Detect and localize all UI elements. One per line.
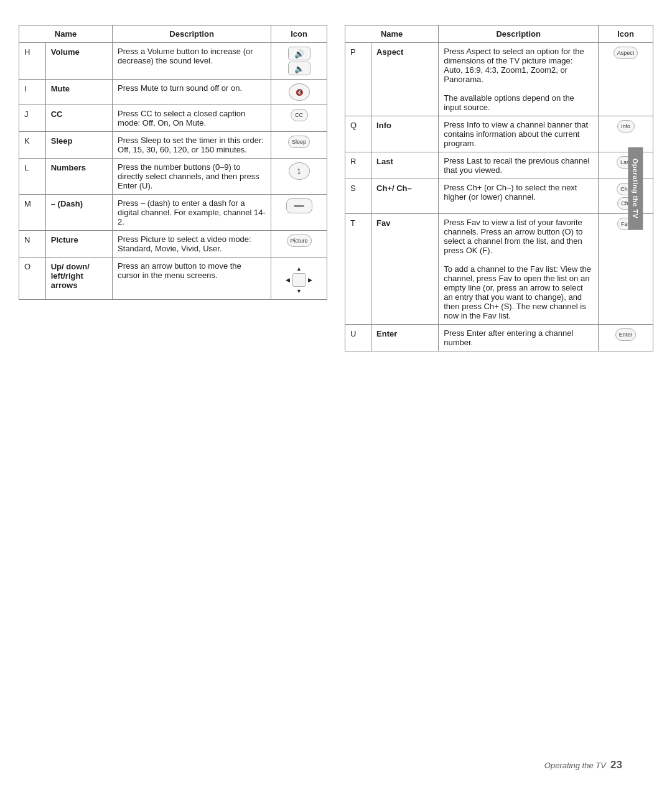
row-description: Press Sleep to set the timer in this ord…: [113, 132, 271, 159]
left-header-desc: Description: [113, 26, 271, 43]
row-letter: N: [19, 231, 46, 258]
row-name: Volume: [45, 43, 112, 80]
row-description: Press Aspect to select an option for the…: [439, 43, 599, 116]
button-icon: Aspect: [614, 47, 638, 59]
row-letter: J: [19, 105, 46, 132]
right-header-name: Name: [345, 26, 439, 43]
button-icon: Enter: [615, 328, 637, 341]
left-header-icon: Icon: [271, 26, 327, 43]
row-description: Press the number buttons (0–9) to direct…: [113, 159, 271, 195]
row-icon: 🔊 🔈: [271, 43, 327, 80]
row-name: Fav: [371, 214, 439, 325]
row-name: Up/ down/ left/right arrows: [45, 258, 112, 300]
row-icon: Aspect: [599, 43, 653, 116]
arrows-icon: ▲ ◀ ▶ ▼: [284, 264, 315, 295]
row-letter: H: [19, 43, 46, 80]
row-letter: L: [19, 159, 46, 195]
row-letter: T: [345, 214, 371, 325]
row-icon: 1: [271, 159, 327, 195]
row-name: Info: [371, 116, 439, 152]
row-letter: O: [19, 258, 46, 300]
row-name: Numbers: [45, 159, 112, 195]
row-icon: ▲ ◀ ▶ ▼: [271, 258, 327, 300]
right-table: Name Description Icon P Aspect Press Asp…: [345, 25, 653, 351]
right-header-icon: Icon: [599, 26, 653, 43]
row-icon: —: [271, 195, 327, 231]
row-description: Press Ch+ (or Ch–) to select the next hi…: [439, 179, 599, 214]
row-description: Press Info to view a channel banner that…: [439, 116, 599, 152]
row-name: Sleep: [45, 132, 112, 159]
row-name: Ch+/ Ch–: [371, 179, 439, 214]
row-letter: U: [345, 325, 371, 351]
row-icon: Enter: [599, 325, 653, 351]
dash-icon: —: [286, 198, 312, 213]
row-description: Press an arrow button to move the cursor…: [113, 258, 271, 300]
row-name: Last: [371, 152, 439, 179]
left-table: Name Description Icon H Volume Press a V…: [19, 25, 327, 351]
left-header-name: Name: [19, 26, 113, 43]
row-description: Press CC to select a closed caption mode…: [113, 105, 271, 132]
row-icon: Info: [599, 116, 653, 152]
row-name: Picture: [45, 231, 112, 258]
row-name: CC: [45, 105, 112, 132]
mute-icon: 🔇: [289, 83, 310, 101]
row-icon: CC: [271, 105, 327, 132]
row-letter: Q: [345, 116, 371, 152]
row-icon: Last: [599, 152, 653, 179]
button-icon: CC: [291, 109, 308, 121]
row-letter: M: [19, 195, 46, 231]
row-name: Aspect: [371, 43, 439, 116]
button-icon: Info: [617, 120, 635, 132]
row-description: Press Last to recall the previous channe…: [439, 152, 599, 179]
row-name: Enter: [371, 325, 439, 351]
row-letter: K: [19, 132, 46, 159]
row-description: Press – (dash) to enter a dash for a dig…: [113, 195, 271, 231]
row-description: Press Picture to select a video mode: St…: [113, 231, 271, 258]
right-header-desc: Description: [439, 26, 599, 43]
row-name: – (Dash): [45, 195, 112, 231]
row-letter: R: [345, 152, 371, 179]
row-description: Press Fav to view a list of your favorit…: [439, 214, 599, 325]
row-icon: Picture: [271, 231, 327, 258]
row-icon: 🔇: [271, 80, 327, 105]
row-letter: S: [345, 179, 371, 214]
row-description: Press Mute to turn sound off or on.: [113, 80, 271, 105]
button-icon: Picture: [287, 235, 312, 247]
number-icon: 1: [289, 162, 310, 180]
row-icon: Fav: [599, 214, 653, 325]
row-icon: Ch+ Ch-: [599, 179, 653, 214]
row-name: Mute: [45, 80, 112, 105]
row-icon: Sleep: [271, 132, 327, 159]
row-description: Press Enter after entering a channel num…: [439, 325, 599, 351]
row-letter: I: [19, 80, 46, 105]
button-icon: Sleep: [288, 136, 310, 148]
sidebar-tab: Operating the TV: [628, 147, 643, 230]
row-description: Press a Volume button to increase (or de…: [113, 43, 271, 80]
volume-icon: 🔊 🔈: [276, 47, 322, 75]
row-letter: P: [345, 43, 371, 116]
footer: Operating the TV 23: [544, 759, 622, 771]
